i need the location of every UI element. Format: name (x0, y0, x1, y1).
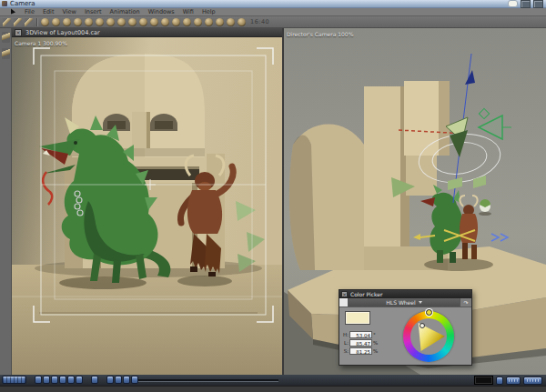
toolbar-separator (36, 18, 37, 26)
menu-wifi[interactable]: Wifi (183, 8, 194, 15)
current-color-swatch[interactable] (345, 311, 370, 325)
toolbar-icon-3[interactable] (63, 18, 71, 26)
unit-label: ° (373, 332, 376, 337)
menu-windows[interactable]: Windows (148, 8, 175, 15)
titlebar-widget-icon-2[interactable] (533, 0, 543, 8)
menu-file[interactable]: File (25, 8, 35, 15)
left-view-canvas[interactable]: Camera 1 300.90% (12, 37, 282, 375)
hls-fields: H: 53.04 ° L: 85.47 % S: 81.25 % (342, 331, 378, 355)
next-key-button[interactable] (123, 376, 130, 384)
fast-forward-button[interactable] (76, 376, 83, 384)
clock-display: 16:40 (250, 18, 269, 25)
prev-key-button[interactable] (115, 376, 122, 384)
toolbar-icon-9[interactable] (128, 18, 136, 26)
close-icon[interactable]: × (15, 29, 22, 36)
toolbar-icon-13[interactable] (172, 18, 180, 26)
palette-collapse-button[interactable] (339, 298, 349, 307)
menu-insert[interactable]: Insert (85, 8, 102, 15)
toolbar-icon-19[interactable] (238, 18, 246, 26)
app-icon (2, 1, 7, 6)
value-input[interactable]: 81.25 (349, 347, 372, 355)
loop-button-group (91, 376, 98, 384)
first-frame-button[interactable] (106, 376, 114, 384)
window-title: Camera (10, 0, 35, 7)
frame-counter-button[interactable] (2, 376, 26, 384)
toolbar-icon-1[interactable] (41, 18, 49, 26)
loop-button[interactable] (91, 376, 98, 384)
toolbar-icon-7[interactable] (106, 18, 115, 26)
bottom-transport-bar (0, 375, 546, 386)
H:: H: (342, 332, 349, 337)
titlebar-status-area (508, 0, 543, 8)
nav-buttons (106, 376, 138, 384)
step-forward-button[interactable] (67, 376, 75, 384)
toolbar-icon-group (41, 18, 246, 26)
hue-marker[interactable] (426, 309, 432, 316)
pointer-menu-icon[interactable] (11, 8, 15, 15)
close-icon[interactable]: × (341, 291, 348, 297)
toolbar-icon-14[interactable] (183, 18, 191, 26)
snap-button[interactable] (496, 377, 503, 385)
menu-items: FileEditViewInsertAnimationWindowsWifiHe… (25, 8, 216, 15)
toolbar-icon-10[interactable] (139, 18, 147, 26)
window-footer (0, 386, 546, 392)
status-blob-icon[interactable] (508, 0, 518, 7)
eyedropper-icon[interactable]: ↷ (460, 298, 471, 307)
toolbar-icon-12[interactable] (161, 18, 169, 26)
mode-button-2[interactable] (523, 377, 542, 385)
value-input[interactable]: 53.04 (349, 331, 372, 338)
transport-right-cluster (474, 376, 542, 385)
rewind-button[interactable] (35, 376, 42, 384)
brush-tool-icon[interactable] (25, 18, 33, 26)
left-view-window: × 3DView of Layout004.car (12, 28, 282, 375)
side-tool-strip (0, 28, 12, 375)
color-picker-header: HLS Wheel ↷ (339, 298, 471, 307)
toolbar-icon-6[interactable] (96, 18, 104, 26)
toolbar-icon-16[interactable] (205, 18, 213, 26)
S:: S: (342, 348, 349, 354)
hue-wheel[interactable] (403, 311, 454, 362)
value-input[interactable]: 85.47 (349, 339, 372, 347)
left-view-title: 3DView of Layout004.car (25, 28, 100, 37)
main-toolbar: 16:40 (0, 16, 546, 28)
toolbar-icon-15[interactable] (194, 18, 202, 26)
timeline-slider[interactable] (138, 379, 278, 382)
toolbar-icon-8[interactable] (117, 18, 126, 26)
toolbar-icon-2[interactable] (52, 18, 60, 26)
toolbar-icon-11[interactable] (150, 18, 158, 26)
last-frame-button[interactable] (131, 376, 138, 384)
toolbar-icon-17[interactable] (216, 18, 224, 26)
unit-label: % (373, 348, 378, 354)
toolbar-icon-18[interactable] (227, 18, 235, 26)
stop-button[interactable] (51, 376, 58, 384)
titlebar-widget-icon-1[interactable] (521, 0, 531, 8)
L:: L: (342, 340, 349, 346)
pen-tool-icon[interactable] (3, 18, 11, 26)
unit-label: % (373, 340, 378, 346)
knife-tool-icon[interactable] (14, 18, 22, 26)
reference-ball (479, 199, 491, 216)
transport-left-cluster (2, 376, 138, 384)
menu-help[interactable]: Help (202, 8, 216, 15)
toolbar-icon-4[interactable] (74, 18, 82, 26)
hls-field-row: S: 81.25 % (342, 347, 378, 355)
toolbar-icon-5[interactable] (85, 18, 93, 26)
window-titlebar[interactable]: Camera (0, 0, 546, 8)
color-picker-body: H: 53.04 ° L: 85.47 % S: 81.25 % (339, 307, 471, 366)
side-tool-icon-1[interactable] (2, 32, 10, 43)
play-button[interactable] (59, 376, 66, 384)
color-picker-title: Color Picker (350, 291, 382, 298)
color-mode-label: HLS Wheel (386, 299, 415, 306)
sl-marker[interactable] (420, 323, 425, 328)
color-mode-dropdown[interactable]: HLS Wheel (349, 298, 460, 307)
menu-animation[interactable]: Animation (110, 8, 140, 15)
color-picker-titlebar[interactable]: × Color Picker (339, 290, 471, 298)
menu-edit[interactable]: Edit (43, 8, 55, 15)
menu-bar: FileEditViewInsertAnimationWindowsWifiHe… (0, 8, 546, 16)
menu-view[interactable]: View (62, 8, 76, 15)
left-view-titlebar[interactable]: × 3DView of Layout004.car (12, 28, 282, 37)
side-tool-icon-2[interactable] (2, 48, 10, 59)
mode-button-1[interactable] (506, 377, 521, 385)
left-scene-render (12, 37, 282, 375)
step-back-button[interactable] (43, 376, 50, 384)
